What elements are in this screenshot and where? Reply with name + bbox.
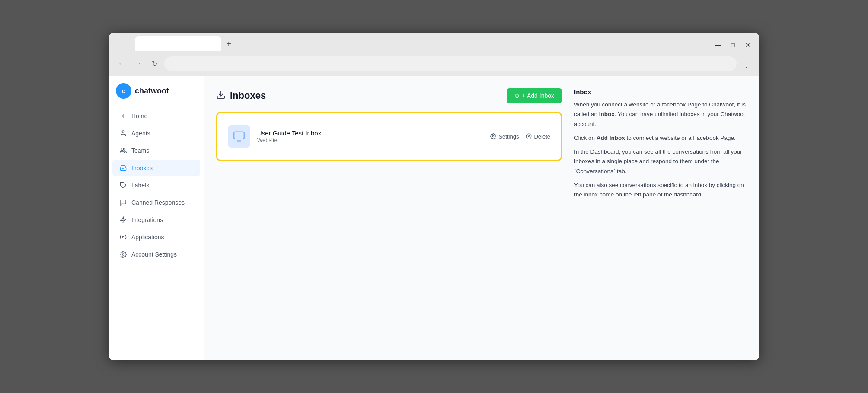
canned-responses-icon: [119, 199, 127, 206]
inbox-info: User Guide Test Inbox Website: [257, 129, 483, 143]
sidebar-item-labels[interactable]: Labels: [112, 177, 200, 193]
svg-text:c: c: [122, 87, 125, 94]
sidebar-item-canned-responses[interactable]: Canned Responses: [112, 194, 200, 211]
svg-point-6: [122, 236, 124, 238]
sidebar: c chatwoot Home: [109, 76, 204, 360]
agents-icon: [119, 129, 127, 137]
delete-label: Delete: [534, 133, 550, 140]
page-title: Inboxes: [230, 90, 266, 101]
sidebar-item-applications[interactable]: Applications: [112, 229, 200, 245]
sidebar-item-label: Home: [131, 113, 147, 119]
window-controls: — □ ✕: [715, 42, 750, 48]
sidebar-item-label: Canned Responses: [131, 199, 185, 206]
svg-marker-5: [121, 217, 126, 222]
svg-rect-9: [234, 132, 244, 139]
inboxes-icon: [119, 164, 127, 172]
address-bar[interactable]: [164, 56, 737, 71]
sidebar-item-label: Applications: [131, 234, 164, 241]
info-paragraph-2: Click on Add Inbox to connect a website …: [574, 133, 747, 143]
applications-icon: [119, 233, 127, 241]
inbox-card: User Guide Test Inbox Website Settings: [224, 120, 554, 153]
active-tab[interactable]: [135, 36, 221, 51]
sidebar-item-label: Inboxes: [131, 164, 153, 171]
inbox-name: User Guide Test Inbox: [257, 129, 483, 137]
plus-icon: ⊕: [514, 92, 520, 99]
home-icon: [119, 112, 127, 120]
settings-button[interactable]: Settings: [490, 133, 519, 140]
svg-point-2: [122, 131, 124, 133]
sidebar-item-account-settings[interactable]: Account Settings: [112, 246, 200, 263]
svg-point-3: [121, 148, 123, 150]
logo-area: c chatwoot: [109, 83, 204, 107]
browser-menu-button[interactable]: ⋮: [740, 57, 753, 70]
content-area: Inboxes ⊕ + Add Inbox: [216, 88, 562, 348]
maximize-button[interactable]: □: [731, 42, 735, 48]
logo-text: chatwoot: [135, 87, 169, 96]
sidebar-item-label: Teams: [131, 147, 149, 154]
svg-point-7: [122, 254, 124, 255]
close-button[interactable]: ✕: [745, 42, 750, 48]
delete-button[interactable]: Delete: [526, 133, 550, 140]
sidebar-item-agents[interactable]: Agents: [112, 125, 200, 142]
teams-icon: [119, 147, 127, 155]
account-settings-icon: [119, 251, 127, 258]
inbox-actions: Settings Delete: [490, 133, 550, 140]
sidebar-item-label: Account Settings: [131, 251, 177, 258]
refresh-button[interactable]: ↻: [148, 57, 161, 70]
labels-icon: [119, 181, 127, 189]
info-panel: Inbox When you connect a website or a fa…: [574, 88, 747, 348]
svg-point-12: [493, 135, 495, 137]
sidebar-item-label: Agents: [131, 130, 150, 137]
sidebar-item-inboxes[interactable]: Inboxes: [112, 160, 200, 176]
info-panel-title: Inbox: [574, 88, 747, 96]
integrations-icon: [119, 216, 127, 224]
inbox-icon-box: [228, 125, 250, 148]
minimize-button[interactable]: —: [715, 42, 721, 48]
info-paragraph-4: You can also see conversations specific …: [574, 180, 747, 200]
main-content: Inboxes ⊕ + Add Inbox: [204, 76, 759, 360]
page-header: Inboxes ⊕ + Add Inbox: [216, 88, 562, 103]
inbox-card-container: User Guide Test Inbox Website Settings: [216, 112, 562, 161]
new-tab-button[interactable]: +: [221, 36, 236, 51]
back-button[interactable]: ←: [115, 57, 128, 70]
inbox-download-icon: [216, 90, 226, 102]
sidebar-item-integrations[interactable]: Integrations: [112, 212, 200, 228]
logo-icon: c: [116, 83, 131, 99]
sidebar-item-label: Integrations: [131, 216, 163, 223]
page-title-area: Inboxes: [216, 90, 266, 102]
inbox-type: Website: [257, 137, 483, 143]
sidebar-item-teams[interactable]: Teams: [112, 142, 200, 159]
add-inbox-button[interactable]: ⊕ + Add Inbox: [507, 88, 562, 103]
sidebar-item-home[interactable]: Home: [112, 108, 200, 124]
info-paragraph-3: In the Dashboard, you can see all the co…: [574, 147, 747, 176]
sidebar-item-label: Labels: [131, 182, 149, 189]
forward-button[interactable]: →: [131, 57, 144, 70]
info-paragraph-1: When you connect a website or a facebook…: [574, 100, 747, 129]
settings-label: Settings: [498, 133, 519, 140]
